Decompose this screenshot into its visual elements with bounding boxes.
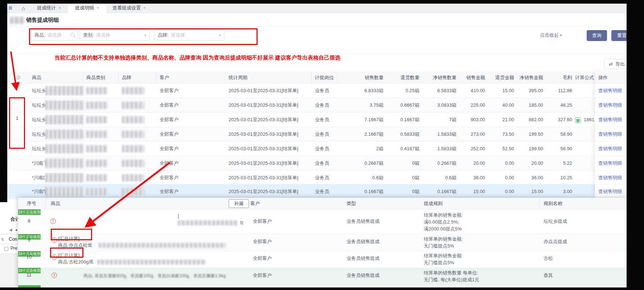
view-sales-detail-link[interactable]: 查销售明细 [598,102,622,108]
hamburger-icon[interactable]: ≡ [8,4,12,12]
brand-filter-placeholder: 请选择 [171,32,185,38]
home-icon[interactable]: ⌂ [22,4,25,13]
customer-cell: 全部客户 [253,238,272,245]
product-filter-input[interactable]: 商品:请选择 [30,30,78,41]
return-qty-cell: 0.1667箱 [386,113,419,127]
profit-cell: 10.25 [543,171,572,185]
type-cell: 业务员销售提成 [346,218,380,225]
tab-commission-detail[interactable]: 提成明细× [68,4,106,13]
tab-view-commission-settings[interactable]: 查看提成设置× [112,4,146,13]
customer-cell: 全部客户 [160,171,179,185]
warning-circle-icon[interactable]: ! [52,237,57,243]
return-amt-cell: 40.00 [485,98,514,113]
sale-amt-cell: 903.00 [456,113,485,127]
gear-icon[interactable]: ⚙ [16,72,21,83]
warning-circle-icon[interactable]: ! [52,273,57,278]
redacted-category [86,131,107,138]
brand-filter-label: 品牌: [158,32,169,38]
view-sales-detail-link[interactable]: 查销售明细 [598,175,622,180]
devtools-console-tab[interactable]: Con [9,236,17,242]
customer-cell: 全部客户 [160,113,179,127]
crop-bar [0,0,7,202]
product-cell: 坛坛乡 [32,113,46,127]
devtools-panel [0,254,20,287]
role-cell: 业务员 [315,98,329,113]
table-row[interactable]: *川南下 全部客户 2025-03-01至2025-03-31[结算单] 业务员… [7,156,627,171]
reset-button[interactable]: 重置 [611,30,627,41]
devtools-window-fragment: s Con Pre [0,234,20,287]
table-row[interactable]: 坛坛乡 全部客户 2025-03-01至2025-03-31[结算单] 业务员 … [7,127,627,142]
tab-commission-stats[interactable]: 提成统计× [37,4,61,13]
period-cell: 2025-03-01至2025-03-31[结算单] [229,171,298,185]
col-action: 操作 [595,72,627,83]
redacted-text [99,243,226,248]
table-row[interactable]: 坛坛乡 全部客户 2025-03-01至2025-03-31[结算单] 业务员 … [7,113,627,127]
profit-cell: 327.60 [543,113,572,127]
category-filter-select[interactable]: 类别:请选择 ▾ [79,30,149,41]
sale-qty-cell: 7.1667箱 [337,113,383,127]
rules-row[interactable]: 18个正在使用 9 ! [汇总计算] 商品:亦点点松茸 全部客户 业务员销售提成… [18,234,627,251]
redacted-product-name [45,159,84,168]
net-amt-cell: 185.00 [514,98,543,113]
redacted-category [86,116,107,123]
export-button[interactable]: ⇄导出 [604,59,627,69]
customer-cell: 全部客户 [160,184,179,199]
view-sales-detail-link[interactable]: 查销售明细 [598,146,622,151]
close-icon[interactable]: × [58,5,61,11]
profit-cell: 46.25 [543,98,572,113]
table-row[interactable]: 坛坛乡 全部客户 2025-03-01至2025-03-31[结算单] 业务员 … [7,83,627,98]
crop-bar [627,0,644,290]
view-sales-detail-link[interactable]: 查销售明细 [598,131,622,137]
query-button[interactable]: 查询 [587,30,607,41]
col-sale-qty: 销售数量 [337,72,383,83]
col-rule-name: 规则名称 [540,198,562,209]
table-row[interactable]: 坛坛乡 全部客户 2025-03-01至2025-03-31[结算单] 业务员 … [7,142,627,156]
redacted-product-name [45,130,84,139]
seq-cell: 10 [25,254,33,260]
table-row[interactable]: *川南口 全部客户 2025-03-01至2025-03-31[结算单] 业务员… [7,171,627,184]
summary-calc-tag: [汇总计算] [58,252,79,259]
preserve-log-checkbox[interactable] [4,247,8,251]
close-icon[interactable]: × [143,5,146,11]
warning-circle-icon[interactable]: ! [52,254,57,260]
table-row[interactable]: *川南学 全部客户 2025-03-01至2025-03-31[结算单] 业务员… [7,184,627,199]
net-qty-cell: 3.0833箱 [423,98,456,113]
return-amt-cell: 0.00 [485,171,514,185]
redacted-text [178,220,238,225]
pagination-prev-icon[interactable]: ◀ [9,228,12,232]
redacted-brand [122,102,144,109]
sale-amt-cell: 273.00 [456,127,485,142]
rules-row[interactable]: 18个正在使用 11 ! 商品: 香其豆腐酱600g、香其酱100g、香其白淋酱… [18,268,627,285]
view-sales-detail-link[interactable]: 查销售明细 [598,160,622,166]
table-row[interactable]: 坛坛乡 全部客户 2025-03-01至2025-03-31[结算单] 业务员 … [7,98,627,113]
net-amt-cell: 20.00 [514,156,543,171]
view-sales-detail-link[interactable]: 查销售明细 [598,88,622,93]
table-header: ⚙ 商品 商品类别 品牌 客户 统计周期 计提岗位 销售数量 退货数量 净销售数… [7,72,627,83]
col-customer: 客户 [247,198,260,209]
screenshot-stage: ≡ ⌂ 提成统计× 提成明细× 查看提成设置× 销售提成明细 商品:请选择 类别… [0,0,644,290]
view-sales-detail-link[interactable]: 查销售明细 [598,189,622,194]
devtools-tab-fragment: s [1,237,4,242]
brand-filter-select[interactable]: 品牌:请选择 ▾ [154,30,224,41]
calculator-icon[interactable]: ▦ [575,117,581,123]
close-icon[interactable]: × [97,5,99,11]
collapse-link[interactable]: 点击收起« [540,32,562,38]
type-cell: 业务员销售提成 [346,272,380,279]
warning-circle-icon[interactable]: ! [50,218,56,224]
table-body: 坛坛乡 全部客户 2025-03-01至2025-03-31[结算单] 业务员 … [7,83,627,199]
fix-omission-button[interactable]: 补漏 [229,199,249,208]
type-cell: 业务员销售提成 [346,255,380,262]
col-return-qty: 退货数量 [386,72,419,83]
redacted-product-name [45,86,84,95]
rules-row[interactable]: 18个正在使用 8 ! [ fz 全部客户 业务员销售提成 结算单的销售金额:满… [18,209,627,234]
redacted-product-name [45,115,84,124]
action-row: 查销售明细 [595,184,627,199]
col-customer: 客户 [156,72,169,83]
sale-qty-cell: 6.8333箱 [337,83,383,98]
redacted-product-name [45,101,84,110]
rules-row[interactable]: 18个正在使用 10 ! [汇总计算] 商品:古松200g黑 全部客户 业务员销… [18,251,627,268]
chevron-down-icon: ▾ [144,30,146,40]
sale-amt-cell: 252.00 [456,142,485,156]
view-sales-detail-link[interactable]: 查销售明细 [598,117,622,122]
period-cell: 2025-03-01至2025-03-31[结算单] [229,127,298,142]
